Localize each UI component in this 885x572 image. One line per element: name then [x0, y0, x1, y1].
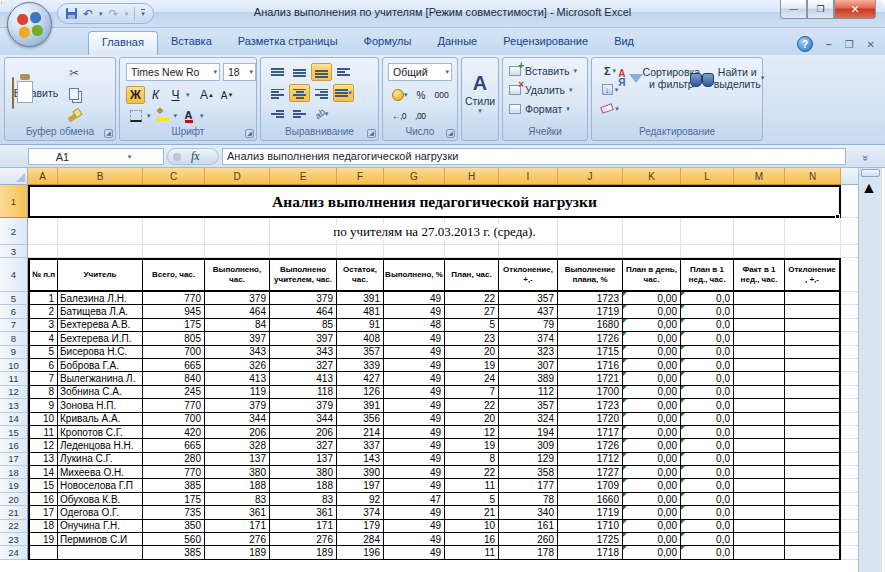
cell-value[interactable]: 408	[337, 332, 384, 345]
cell-teacher[interactable]: Леденцова Н.Н.	[58, 439, 143, 452]
row-header-14[interactable]: 14	[0, 413, 28, 426]
cell-value[interactable]	[734, 453, 785, 466]
cell-num[interactable]: 15	[28, 479, 58, 492]
align-middle-button[interactable]	[289, 63, 310, 81]
cell-value[interactable]	[734, 466, 785, 479]
font-color-button[interactable]: А	[179, 107, 198, 125]
cell-value[interactable]	[785, 359, 841, 372]
cell-teacher[interactable]: Вылегжанина Л.	[58, 372, 143, 385]
cell-value[interactable]: 309	[499, 439, 558, 452]
cell-value[interactable]: 10	[445, 520, 499, 533]
align-bottom-button[interactable]	[311, 63, 332, 81]
cell[interactable]	[499, 218, 558, 245]
sort-filter-button[interactable]: АЯ Сортировка и фильтр ▾	[630, 64, 692, 92]
cell-value[interactable]: 1725	[558, 533, 623, 546]
cell-value[interactable]: 0,00	[623, 413, 681, 426]
cell[interactable]	[445, 218, 499, 245]
cell-value[interactable]: 0,0	[681, 292, 734, 305]
cell-value[interactable]: 284	[337, 533, 384, 546]
cell-teacher[interactable]: Лукина С.Г.	[58, 453, 143, 466]
cell-value[interactable]: 49	[384, 305, 445, 318]
cell-value[interactable]: 78	[499, 493, 558, 506]
number-format-select[interactable]: Общий▾	[388, 63, 452, 81]
cell-num[interactable]: 7	[28, 372, 58, 385]
insert-cells-button[interactable]: Вставить▾	[509, 65, 577, 77]
selection-fill-handle[interactable]	[835, 214, 840, 219]
cell-num[interactable]: 6	[28, 359, 58, 372]
fill-color-dropdown-icon[interactable]: ▾	[174, 112, 178, 120]
cell-styles-button[interactable]: A Стили ▾	[465, 62, 495, 124]
cell-value[interactable]: 0,0	[681, 372, 734, 385]
cell-value[interactable]: 0,0	[681, 493, 734, 506]
cell-value[interactable]	[785, 292, 841, 305]
cell-value[interactable]: 119	[205, 386, 270, 399]
cell-value[interactable]: 0,00	[623, 426, 681, 439]
cell-value[interactable]: 137	[205, 453, 270, 466]
cell-value[interactable]: 770	[143, 466, 205, 479]
cell-teacher[interactable]: Бехтерева И.П.	[58, 332, 143, 345]
cell-value[interactable]: 357	[499, 292, 558, 305]
cell-num[interactable]: 19	[28, 533, 58, 546]
cell-value[interactable]: 179	[337, 520, 384, 533]
cell-value[interactable]: 118	[270, 386, 337, 399]
row-header-20[interactable]: 20	[0, 493, 28, 506]
cell[interactable]	[384, 218, 445, 245]
cell-value[interactable]: 413	[205, 372, 270, 385]
restore-button[interactable]: ❐	[807, 0, 834, 19]
tab-Главная[interactable]: Главная	[88, 31, 158, 55]
cell-value[interactable]: 344	[270, 413, 337, 426]
cell-value[interactable]: 49	[384, 453, 445, 466]
cell-value[interactable]: 0,00	[623, 520, 681, 533]
cell-value[interactable]: 1723	[558, 399, 623, 412]
cell-value[interactable]: 327	[270, 359, 337, 372]
format-painter-button[interactable]	[63, 106, 85, 124]
cell-value[interactable]: 326	[205, 359, 270, 372]
cell-value[interactable]: 1727	[558, 466, 623, 479]
column-header-L[interactable]: L	[681, 168, 734, 185]
cell-value[interactable]: 1726	[558, 332, 623, 345]
cell-value[interactable]: 83	[205, 493, 270, 506]
cell-value[interactable]: 245	[143, 386, 205, 399]
cell-value[interactable]: 770	[143, 292, 205, 305]
percent-style-button[interactable]: %	[413, 86, 430, 104]
cut-button[interactable]: ✂	[63, 64, 85, 82]
column-header-E[interactable]: E	[270, 168, 337, 185]
name-box[interactable]: A1▾	[28, 148, 164, 165]
cell-value[interactable]: 1716	[558, 359, 623, 372]
split-handle[interactable]	[861, 169, 880, 177]
cell-teacher[interactable]: Зонова Н.П.	[58, 399, 143, 412]
cell-value[interactable]: 1710	[558, 520, 623, 533]
cell-teacher[interactable]: Одегова О.Г.	[58, 506, 143, 519]
cell-value[interactable]: 0,00	[623, 453, 681, 466]
cell[interactable]	[623, 218, 681, 245]
cell-teacher[interactable]: Зобнина С.А.	[58, 386, 143, 399]
clear-button[interactable]: ▾	[598, 100, 622, 117]
cell-value[interactable]: 1718	[558, 546, 623, 559]
vertical-scrollbar[interactable]: ▲	[858, 168, 882, 572]
cell[interactable]	[337, 245, 384, 258]
cell-num[interactable]: 1	[28, 292, 58, 305]
cell[interactable]	[384, 245, 445, 258]
cell-value[interactable]: 49	[384, 520, 445, 533]
cell-value[interactable]: 24	[445, 372, 499, 385]
cell-value[interactable]: 0,0	[681, 359, 734, 372]
cell-value[interactable]: 49	[384, 533, 445, 546]
cell-value[interactable]: 464	[270, 305, 337, 318]
cell-value[interactable]	[734, 493, 785, 506]
cell-num[interactable]	[28, 546, 58, 559]
column-header-N[interactable]: N	[785, 168, 841, 185]
cell-value[interactable]: 0,00	[623, 292, 681, 305]
cell-value[interactable]: 276	[205, 533, 270, 546]
minimize-button[interactable]: —	[780, 0, 807, 19]
column-header-G[interactable]: G	[384, 168, 445, 185]
cell-value[interactable]: 560	[143, 533, 205, 546]
cell-value[interactable]: 1660	[558, 493, 623, 506]
cell-value[interactable]: 357	[499, 399, 558, 412]
cell-value[interactable]: 188	[270, 479, 337, 492]
cell-teacher[interactable]: Кропотов С.Г.	[58, 426, 143, 439]
cell-value[interactable]: 391	[337, 399, 384, 412]
cell-teacher[interactable]: Боброва Г.А.	[58, 359, 143, 372]
row-header-12[interactable]: 12	[0, 386, 28, 399]
help-icon[interactable]: ?	[797, 36, 813, 52]
cell-value[interactable]: 337	[337, 439, 384, 452]
